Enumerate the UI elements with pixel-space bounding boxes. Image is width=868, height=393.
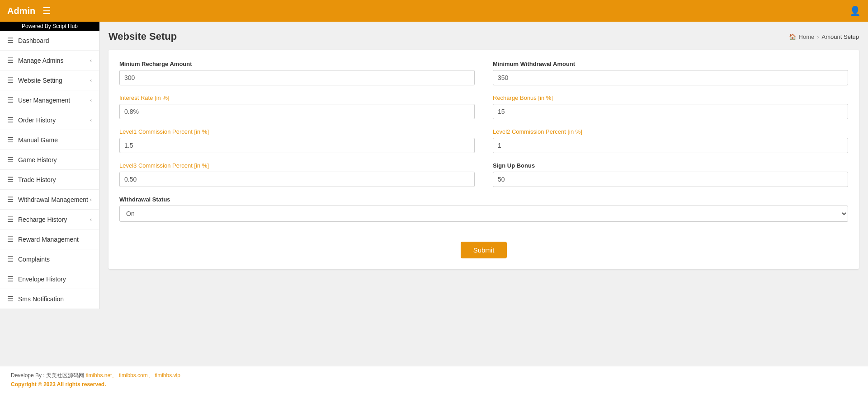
sidebar-item-order-history[interactable]: ☰Order History‹: [0, 110, 99, 130]
sidebar-label-website-setting: Website Setting: [18, 77, 62, 84]
sidebar-item-envelope-history[interactable]: ☰Envelope History: [0, 269, 99, 289]
sidebar-icon-recharge-history: ☰: [7, 215, 14, 224]
withdrawal-status-group: Withdrawal Status On Off: [119, 196, 848, 222]
signup-bonus-label: Sign Up Bonus: [493, 162, 848, 169]
footer: Develope By : 天美社区源码网 timibbs.net、 timib…: [0, 366, 868, 393]
level3-commission-label: Level3 Commission Percent [in %]: [119, 162, 475, 169]
sidebar-label-withdrawal-management: Withdrawal Management: [18, 196, 88, 203]
sidebar-icon-website-setting: ☰: [7, 76, 14, 84]
level2-commission-label: Level2 Commission Percent [in %]: [493, 128, 848, 135]
recharge-bonus-group: Recharge Bonus [in %]: [493, 94, 848, 119]
interest-rate-input[interactable]: [119, 104, 475, 119]
sidebar-label-dashboard: Dashboard: [18, 37, 49, 44]
footer-link3[interactable]: timibbs.vip: [155, 372, 180, 379]
recharge-bonus-label: Recharge Bonus [in %]: [493, 94, 848, 101]
breadcrumb-current: Amount Setup: [822, 33, 859, 40]
sidebar-label-recharge-history: Recharge History: [18, 216, 67, 223]
admin-title: Admin: [7, 6, 35, 16]
main-layout: Powered By Script Hub ☰Dashboard☰Manage …: [0, 22, 868, 366]
sidebar-label-trade-history: Trade History: [18, 176, 56, 183]
top-header: Admin ☰ 👤: [0, 0, 868, 22]
withdrawal-status-label: Withdrawal Status: [119, 196, 848, 203]
sidebar-label-manual-game: Manual Game: [18, 136, 58, 144]
min-withdrawal-input[interactable]: [493, 70, 848, 85]
sidebar-arrow-user-management: ‹: [90, 97, 92, 103]
level2-commission-group: Level2 Commission Percent [in %]: [493, 128, 848, 153]
sidebar-item-withdrawal-management[interactable]: ☰Withdrawal Management‹: [0, 190, 99, 210]
min-recharge-input[interactable]: [119, 70, 475, 85]
sidebar-icon-dashboard: ☰: [7, 36, 14, 45]
submit-button[interactable]: Submit: [461, 242, 507, 258]
sidebar-wrapper: Powered By Script Hub ☰Dashboard☰Manage …: [0, 22, 99, 366]
sidebar-arrow-order-history: ‹: [90, 117, 92, 123]
level3-commission-group: Level3 Commission Percent [in %]: [119, 162, 475, 187]
sidebar-label-game-history: Game History: [18, 156, 57, 164]
sidebar-item-trade-history[interactable]: ☰Trade History: [0, 170, 99, 190]
sidebar-item-complaints[interactable]: ☰Complaints: [0, 249, 99, 269]
sidebar-label-order-history: Order History: [18, 117, 56, 124]
withdrawal-status-select[interactable]: On Off: [119, 206, 848, 222]
submit-row: Submit: [119, 242, 848, 258]
sidebar-icon-envelope-history: ☰: [7, 275, 14, 283]
level1-commission-input[interactable]: [119, 138, 475, 153]
sidebar-item-left-reward-management: ☰Reward Management: [7, 235, 79, 243]
min-withdrawal-group: Minimum Withdrawal Amount: [493, 61, 848, 85]
interest-rate-group: Interest Rate [in %]: [119, 94, 475, 119]
level3-commission-input[interactable]: [119, 172, 475, 187]
sidebar-arrow-website-setting: ‹: [90, 77, 92, 84]
min-recharge-label: Minium Recharge Amount: [119, 61, 475, 67]
sidebar-item-manage-admins[interactable]: ☰Manage Admins‹: [0, 51, 99, 70]
form-grid: Minium Recharge Amount Minimum Withdrawa…: [119, 61, 848, 258]
breadcrumb-home[interactable]: Home: [799, 33, 815, 40]
sidebar-item-left-recharge-history: ☰Recharge History: [7, 215, 67, 224]
sidebar-item-recharge-history[interactable]: ☰Recharge History‹: [0, 210, 99, 229]
footer-develope: Develope By : 天美社区源码网 timibbs.net、 timib…: [11, 372, 857, 379]
level1-commission-label: Level1 Commission Percent [in %]: [119, 128, 475, 135]
footer-link1[interactable]: timibbs.net、: [85, 372, 117, 379]
signup-bonus-input[interactable]: [493, 172, 848, 187]
breadcrumb-row: Website Setup 🏠 Home › Amount Setup: [108, 31, 859, 42]
breadcrumb-nav: 🏠 Home › Amount Setup: [789, 33, 859, 40]
sidebar-item-reward-management[interactable]: ☰Reward Management: [0, 229, 99, 249]
recharge-bonus-input[interactable]: [493, 104, 848, 119]
sidebar-item-user-management[interactable]: ☰User Management‹: [0, 90, 99, 110]
sidebar-label-user-management: User Management: [18, 97, 70, 104]
sidebar-item-manual-game[interactable]: ☰Manual Game: [0, 130, 99, 150]
interest-rate-label: Interest Rate [in %]: [119, 94, 475, 101]
level2-commission-input[interactable]: [493, 138, 848, 153]
sidebar-label-sms-notification: Sms Notification: [18, 295, 64, 303]
sidebar-icon-game-history: ☰: [7, 155, 14, 164]
sidebar-item-left-complaints: ☰Complaints: [7, 255, 50, 263]
sidebar-icon-reward-management: ☰: [7, 235, 14, 243]
sidebar-icon-user-management: ☰: [7, 96, 14, 104]
header-left: Admin ☰: [7, 5, 51, 16]
sidebar-item-left-user-management: ☰User Management: [7, 96, 70, 104]
sidebar-icon-withdrawal-management: ☰: [7, 195, 14, 204]
sidebar-item-left-game-history: ☰Game History: [7, 155, 57, 164]
sidebar-item-left-dashboard: ☰Dashboard: [7, 36, 49, 45]
sidebar-item-website-setting[interactable]: ☰Website Setting‹: [0, 70, 99, 90]
sidebar: ☰Dashboard☰Manage Admins‹☰Website Settin…: [0, 31, 99, 309]
sidebar-item-left-order-history: ☰Order History: [7, 116, 56, 124]
page-title: Website Setup: [108, 31, 177, 42]
main-content: Website Setup 🏠 Home › Amount Setup Mini…: [99, 22, 868, 366]
user-icon[interactable]: 👤: [849, 5, 861, 16]
sidebar-label-manage-admins: Manage Admins: [18, 57, 63, 64]
breadcrumb-separator: ›: [817, 33, 819, 40]
sidebar-icon-complaints: ☰: [7, 255, 14, 263]
sidebar-label-envelope-history: Envelope History: [18, 276, 66, 283]
sidebar-item-left-manual-game: ☰Manual Game: [7, 136, 58, 144]
sidebar-icon-order-history: ☰: [7, 116, 14, 124]
footer-link2[interactable]: timibbs.com、: [119, 372, 153, 379]
level1-commission-group: Level1 Commission Percent [in %]: [119, 128, 475, 153]
sidebar-item-left-manage-admins: ☰Manage Admins: [7, 56, 63, 65]
sidebar-item-dashboard[interactable]: ☰Dashboard: [0, 31, 99, 51]
hamburger-icon[interactable]: ☰: [42, 5, 51, 16]
sidebar-item-sms-notification[interactable]: ☰Sms Notification: [0, 289, 99, 309]
form-card: Minium Recharge Amount Minimum Withdrawa…: [108, 50, 859, 269]
sidebar-label-complaints: Complaints: [18, 256, 50, 263]
signup-bonus-group: Sign Up Bonus: [493, 162, 848, 187]
sidebar-item-game-history[interactable]: ☰Game History: [0, 150, 99, 170]
min-recharge-group: Minium Recharge Amount: [119, 61, 475, 85]
sidebar-item-left-withdrawal-management: ☰Withdrawal Management: [7, 195, 88, 204]
